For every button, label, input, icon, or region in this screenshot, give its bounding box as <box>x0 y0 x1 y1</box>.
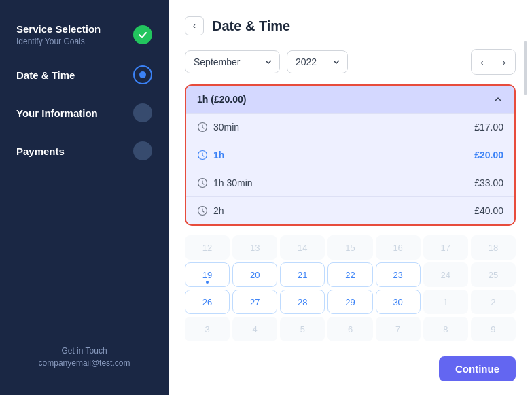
calendar-day[interactable]: 29 <box>327 290 372 314</box>
sidebar: Service Selection Identify Your Goals Da… <box>0 0 169 395</box>
calendar-controls: September October November December 2022… <box>185 49 516 75</box>
duration-header[interactable]: 1h (£20.00) <box>186 86 514 113</box>
calendar-day[interactable]: 21 <box>280 262 325 287</box>
duration-dropdown: 1h (£20.00) 30min £17.00 <box>185 84 516 226</box>
footer-email: companyemail@test.com <box>16 358 152 368</box>
duration-option-2h[interactable]: 2h £40.00 <box>186 196 514 224</box>
option-1h30min-label: 1h 30min <box>213 177 253 188</box>
calendar-day[interactable]: 30 <box>376 290 421 314</box>
calendar-day: 9 <box>471 317 516 341</box>
calendar-day: 6 <box>327 317 372 341</box>
main-content: ‹ Date & Time September October November… <box>169 0 532 395</box>
calendar-day: 2 <box>471 290 516 314</box>
sidebar-item-date-time[interactable]: Date & Time <box>0 56 169 94</box>
continue-button[interactable]: Continue <box>439 356 516 381</box>
calendar-day[interactable]: 27 <box>232 290 277 314</box>
page-title: Date & Time <box>212 18 290 34</box>
calendar-day: 3 <box>185 317 230 341</box>
calendar-day: 17 <box>423 235 468 260</box>
option-1h-label: 1h <box>213 150 224 160</box>
clock-icon-1h30 <box>197 177 208 188</box>
calendar-day[interactable]: 26 <box>185 290 230 314</box>
calendar-day[interactable]: 20 <box>232 262 277 287</box>
calendar-day: 1 <box>423 290 468 314</box>
calendar-day: 8 <box>423 317 468 341</box>
calendar-day[interactable]: 28 <box>280 290 325 314</box>
sidebar-item-service-selection[interactable]: Service Selection Identify Your Goals <box>0 14 169 56</box>
calendar-day: 7 <box>376 317 421 341</box>
calendar-day: 14 <box>280 235 325 260</box>
duration-options-list: 30min £17.00 1h £20.00 <box>186 113 514 224</box>
footer-label: Get in Touch <box>16 346 152 356</box>
calendar-day: 5 <box>280 317 325 341</box>
completed-icon <box>133 25 152 44</box>
calendar-day: 16 <box>376 235 421 260</box>
option-1h-price: £20.00 <box>474 150 503 160</box>
prev-month-button[interactable]: ‹ <box>472 50 493 74</box>
scrollbar[interactable] <box>524 41 527 95</box>
sidebar-footer: Get in Touch companyemail@test.com <box>0 332 169 381</box>
sidebar-item-payments[interactable]: Payments <box>0 132 169 170</box>
option-2h-price: £40.00 <box>474 205 503 216</box>
sidebar-item-title: Your Information <box>16 107 98 119</box>
calendar-day: 24 <box>423 262 468 287</box>
inactive-icon <box>133 141 152 160</box>
option-1h30min-price: £33.00 <box>474 177 503 188</box>
sidebar-item-your-information[interactable]: Your Information <box>0 94 169 132</box>
year-select[interactable]: 2022 2023 <box>287 50 348 73</box>
calendar-grid: 1213141516171819202122232425262728293012… <box>185 235 516 341</box>
calendar-nav: ‹ › <box>471 49 516 75</box>
calendar-day: 13 <box>232 235 277 260</box>
month-select[interactable]: September October November December <box>185 50 280 73</box>
duration-option-1h30min[interactable]: 1h 30min £33.00 <box>186 169 514 196</box>
chevron-up-icon <box>493 94 503 105</box>
sidebar-item-title: Date & Time <box>16 69 75 81</box>
calendar-day[interactable]: 22 <box>327 262 372 287</box>
option-30min-label: 30min <box>213 122 239 133</box>
duration-option-30min[interactable]: 30min £17.00 <box>186 113 514 141</box>
option-2h-label: 2h <box>213 205 224 216</box>
duration-option-1h[interactable]: 1h £20.00 <box>186 141 514 169</box>
calendar-day: 18 <box>471 235 516 260</box>
sidebar-item-title: Service Selection <box>16 23 101 35</box>
calendar-day[interactable]: 19 <box>185 262 230 287</box>
sidebar-item-title: Payments <box>16 145 65 157</box>
back-button[interactable]: ‹ <box>185 16 204 35</box>
calendar-day: 25 <box>471 262 516 287</box>
duration-selected-label: 1h (£20.00) <box>197 94 246 105</box>
clock-icon <box>197 122 208 133</box>
calendar-day: 12 <box>185 235 230 260</box>
inactive-icon <box>133 103 152 122</box>
clock-icon-2h <box>197 205 208 216</box>
clock-icon-selected <box>197 150 208 160</box>
active-icon <box>133 65 152 84</box>
sidebar-item-subtitle: Identify Your Goals <box>16 37 101 46</box>
calendar-day: 15 <box>327 235 372 260</box>
option-30min-price: £17.00 <box>474 122 503 133</box>
main-header: ‹ Date & Time <box>185 16 516 35</box>
calendar-day[interactable]: 23 <box>376 262 421 287</box>
next-month-button[interactable]: › <box>493 50 515 74</box>
calendar-day: 4 <box>232 317 277 341</box>
